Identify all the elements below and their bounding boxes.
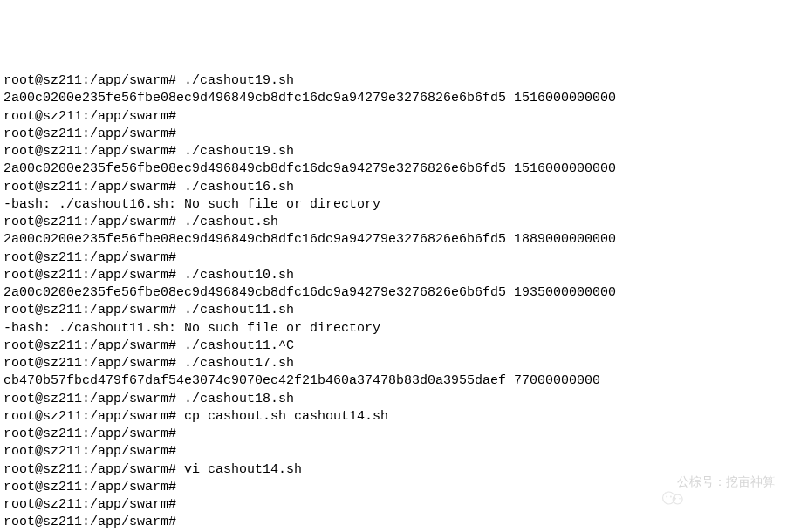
terminal-line: root@sz211:/app/swarm# ./cashout19.sh (3, 143, 784, 160)
terminal-line: root@sz211:/app/swarm# ./cashout11.sh (3, 302, 784, 319)
terminal-line: root@sz211:/app/swarm# (3, 426, 784, 443)
terminal-line: root@sz211:/app/swarm# (3, 108, 784, 126)
terminal-line: root@sz211:/app/swarm# (3, 249, 784, 267)
watermark: 公棕号：挖亩神算 (647, 473, 775, 490)
wechat-icon (647, 473, 672, 490)
terminal-line: root@sz211:/app/swarm# ./cashout11.^C (3, 338, 784, 355)
terminal-output[interactable]: root@sz211:/app/swarm# ./cashout19.sh2a0… (3, 72, 784, 532)
terminal-line: root@sz211:/app/swarm# (3, 443, 784, 460)
terminal-line: root@sz211:/app/swarm# ./cashout18.sh (3, 391, 784, 408)
terminal-line: root@sz211:/app/swarm# ./cashout16.sh (3, 179, 784, 196)
svg-point-2 (666, 495, 667, 497)
terminal-line: root@sz211:/app/swarm# (3, 126, 784, 143)
terminal-line: 2a00c0200e235fe56fbe08ec9d496849cb8dfc16… (3, 90, 784, 107)
terminal-line: 2a00c0200e235fe56fbe08ec9d496849cb8dfc16… (3, 160, 784, 178)
terminal-line: 2a00c0200e235fe56fbe08ec9d496849cb8dfc16… (3, 231, 784, 249)
svg-point-4 (674, 498, 676, 500)
terminal-line: root@sz211:/app/swarm# cp cashout.sh cas… (3, 408, 784, 426)
svg-point-3 (670, 495, 672, 497)
terminal-line: -bash: ./cashout11.sh: No such file or d… (3, 320, 784, 338)
svg-point-5 (679, 498, 681, 500)
terminal-line: root@sz211:/app/swarm# ./cashout.sh (3, 214, 784, 231)
terminal-line: root@sz211:/app/swarm# ./cashout10.sh (3, 267, 784, 284)
terminal-line: 2a00c0200e235fe56fbe08ec9d496849cb8dfc16… (3, 284, 784, 302)
terminal-line: root@sz211:/app/swarm# (3, 514, 784, 531)
terminal-line: root@sz211:/app/swarm# ./cashout19.sh (3, 72, 784, 90)
watermark-label: 公棕号：挖亩神算 (677, 474, 775, 490)
terminal-line: root@sz211:/app/swarm# ./cashout17.sh (3, 355, 784, 372)
terminal-line: cb470b57fbcd479f67daf54e3074c9070ec42f21… (3, 372, 784, 390)
terminal-line: -bash: ./cashout16.sh: No such file or d… (3, 196, 784, 214)
